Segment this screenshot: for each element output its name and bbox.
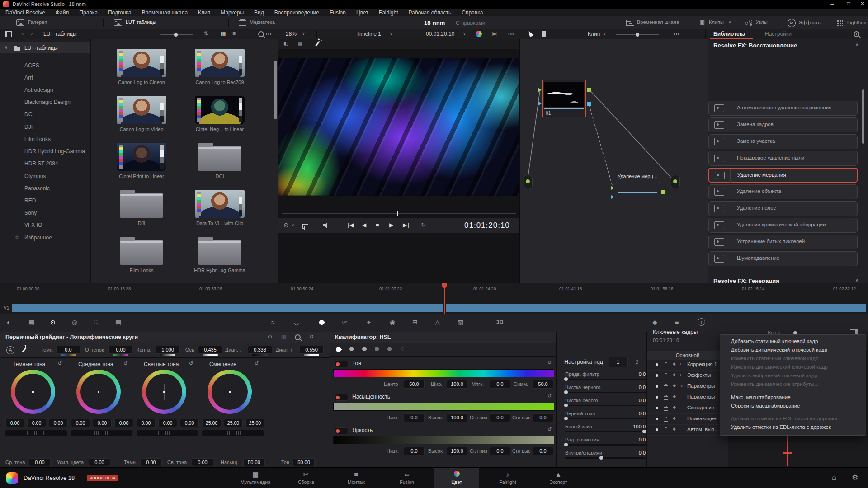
menu-fusion[interactable]: Fusion xyxy=(330,9,346,16)
slider-value[interactable]: 0.0 xyxy=(618,411,646,416)
chevron-right-icon[interactable]: › xyxy=(680,372,681,377)
slider-track[interactable] xyxy=(565,431,646,432)
gamma-value-r[interactable]: 0.00 xyxy=(71,419,90,427)
offset-value-r[interactable]: 25.00 xyxy=(202,419,221,427)
enhance-wand-icon[interactable] xyxy=(315,41,320,47)
wheel-reset-icon[interactable]: ↺ xyxy=(123,361,127,366)
menu-clip[interactable]: Клип xyxy=(198,9,210,16)
chevron-right-icon[interactable]: › xyxy=(680,361,681,366)
lock-icon[interactable] xyxy=(664,418,668,422)
lift-value-b[interactable]: 0.00 xyxy=(49,419,68,427)
fx-node[interactable] xyxy=(616,182,660,202)
gain-value-g[interactable]: 0.00 xyxy=(158,419,177,427)
sat-soft-high-field[interactable]: 0.0 xyxy=(533,413,553,422)
sat-range-bar[interactable] xyxy=(333,403,554,411)
saturation-field[interactable]: 50.00 xyxy=(243,458,265,466)
gamma-value-g[interactable]: 0.00 xyxy=(93,419,112,427)
keyframes-zoom-slider[interactable] xyxy=(787,333,816,333)
key-icon[interactable]: △ xyxy=(435,319,440,326)
color-wheels-icon[interactable]: ⊙ xyxy=(50,319,56,326)
tracker-icon[interactable]: ⌖ xyxy=(367,319,371,326)
highlights-adjust-field[interactable]: 0.00 xyxy=(192,458,213,466)
gain-value-b[interactable]: 0.00 xyxy=(180,419,199,427)
keyframe-row-corrector1[interactable]: ◆›Коррекция 1 xyxy=(647,360,728,371)
hdr-grade-icon[interactable]: ◎ xyxy=(72,319,77,326)
fx-node-input-blue[interactable] xyxy=(611,195,614,199)
lum-low-field[interactable]: 0.0 xyxy=(404,447,425,455)
hue-center-field[interactable]: 50.0 xyxy=(404,380,425,389)
slider-value[interactable]: 100.0 xyxy=(618,424,646,429)
lut-folder-hdr-hlg[interactable] xyxy=(198,240,241,265)
keyframe-diamond-icon[interactable]: ◆ xyxy=(673,361,676,366)
sidebar-item-astrodesign[interactable]: Astrodesign xyxy=(24,87,53,93)
temp-field[interactable]: 0.0 xyxy=(56,346,80,354)
offset-wheel[interactable] xyxy=(208,370,252,414)
fx-item-auto-dirt-removal[interactable]: Автоматическое удаление загрязнения xyxy=(708,101,858,116)
keyframe-row-parameters1[interactable]: ◆∨Параметры xyxy=(647,381,728,392)
viewer-scrub-bar[interactable] xyxy=(282,213,516,214)
stop-button[interactable]: ■ xyxy=(376,222,379,228)
menu-davinci-resolve[interactable]: DaVinci Resolve xyxy=(5,9,45,16)
thumbnail-size-slider[interactable] xyxy=(160,34,193,35)
contrast-field[interactable]: 1.000 xyxy=(156,346,180,354)
lut-item-canon-log-to-cineon[interactable] xyxy=(117,49,166,77)
fx-item-noise-reduction[interactable]: Шумоподавление xyxy=(708,251,858,266)
jump-start-button[interactable]: ∣◀ xyxy=(347,222,354,228)
viewer-timecode-dropdown[interactable]: 00:01:20:10 xyxy=(426,31,454,37)
sidebar-item-film-looks[interactable]: Film Looks xyxy=(24,136,51,142)
slider-value[interactable]: 0.0 xyxy=(618,450,646,455)
pivot-field[interactable]: 0.435 xyxy=(198,346,222,354)
color-boost-icon[interactable] xyxy=(476,31,482,37)
slider-value[interactable]: 0.0 xyxy=(618,437,646,442)
matte-tab-2[interactable]: 2 xyxy=(627,357,646,367)
lum-high-field[interactable]: 100.0 xyxy=(447,447,467,455)
timeline-selector[interactable]: Timeline 1 xyxy=(356,31,381,37)
enable-dot-icon[interactable] xyxy=(656,396,658,399)
keyframe-row-effects[interactable]: ◆›Эффекты xyxy=(647,371,728,381)
sat-low-field[interactable]: 0.0 xyxy=(404,413,425,422)
magic-mask-icon[interactable]: ◉ xyxy=(390,319,395,326)
stereo-3d-icon[interactable]: 3D xyxy=(496,319,503,325)
gear-icon[interactable]: ⚙ xyxy=(852,473,858,482)
fx-item-chromatic-aberration[interactable]: Удаление хроматической аберрации xyxy=(708,218,858,233)
menu-color[interactable]: Цвет xyxy=(356,9,368,16)
camera-raw-icon[interactable]: ◐ xyxy=(7,319,10,326)
fx-section1-collapse-icon[interactable]: ∧ xyxy=(855,42,859,47)
lut-folder-dci[interactable] xyxy=(198,146,241,171)
offset-master-wheel[interactable] xyxy=(202,430,264,436)
sidebar-item-hdr-hlg[interactable]: HDR Hybrid Log-Gamma xyxy=(24,148,85,155)
lock-icon[interactable] xyxy=(664,396,668,400)
forward-button[interactable]: › xyxy=(31,30,33,37)
tint-field[interactable]: 0.00 xyxy=(108,346,133,354)
wheel-reset-icon[interactable]: ↺ xyxy=(189,361,193,366)
lum-range-bar[interactable] xyxy=(333,436,554,444)
enable-dot-icon[interactable] xyxy=(656,385,658,388)
gamma-wheel[interactable] xyxy=(76,370,121,414)
minimize-button[interactable]: – xyxy=(826,0,839,7)
menu-trim[interactable]: Подгонка xyxy=(108,9,132,16)
sidebar-item-favorites[interactable]: Избранное xyxy=(24,235,52,241)
node-options-icon[interactable]: ••• xyxy=(674,32,680,37)
keyframe-diamond-icon[interactable]: ◆ xyxy=(673,416,676,420)
lum-soft-high-field[interactable]: 0.0 xyxy=(533,447,553,455)
sidebar-item-aces[interactable]: ACES xyxy=(24,62,39,69)
sat-toggle[interactable] xyxy=(334,394,349,401)
enable-dot-icon[interactable] xyxy=(656,428,658,431)
lock-icon[interactable] xyxy=(664,375,668,378)
lum-reset-icon[interactable]: ↺ xyxy=(547,427,552,432)
lut-folder-film-looks[interactable] xyxy=(120,240,163,265)
lut-item-cintel-neg-to-linear[interactable] xyxy=(195,96,245,124)
luts-tab[interactable]: LUT-таблицы xyxy=(114,19,122,27)
enable-dot-icon[interactable] xyxy=(656,363,658,366)
fx-item-deband[interactable]: Удаление полос xyxy=(708,201,858,216)
menu-item-add-dynamic-keyframe[interactable]: Добавить динамический ключевой кадр xyxy=(731,347,862,356)
sidebar-item-vfx-io[interactable]: VFX IO xyxy=(24,222,42,228)
page-media[interactable]: ▦Мультимедиа xyxy=(233,470,278,485)
sort-icon[interactable]: ⇅ xyxy=(203,30,208,37)
midtone-detail-field[interactable]: 0.00 xyxy=(29,458,51,466)
home-icon[interactable]: ⌂ xyxy=(832,473,836,482)
slider-value[interactable]: 0.0 xyxy=(618,371,646,377)
keyframe-diamond-icon[interactable]: ◆ xyxy=(673,372,676,377)
lock-icon[interactable] xyxy=(664,364,668,367)
pointer-tool-icon[interactable] xyxy=(527,30,533,37)
